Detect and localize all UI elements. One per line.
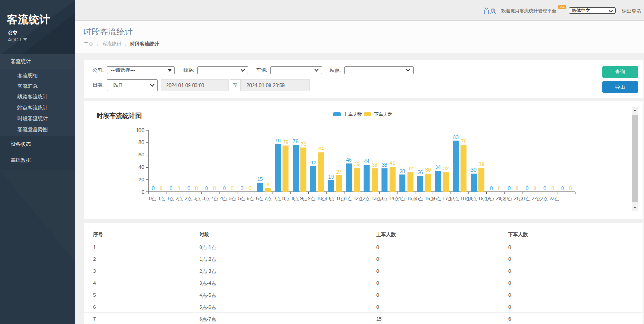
svg-text:0: 0: [508, 185, 511, 191]
svg-text:0: 0: [543, 185, 546, 191]
svg-text:1点-2点: 1点-2点: [167, 196, 183, 201]
svg-text:20: 20: [138, 177, 144, 182]
svg-text:78: 78: [275, 138, 281, 143]
svg-text:6点-7点: 6点-7点: [256, 196, 271, 201]
svg-text:76: 76: [461, 139, 466, 144]
svg-text:34: 34: [435, 164, 441, 170]
svg-text:60: 60: [138, 152, 144, 157]
svg-text:80: 80: [138, 139, 144, 145]
svg-text:72: 72: [301, 141, 306, 147]
svg-text:26: 26: [417, 169, 423, 175]
svg-text:0: 0: [152, 185, 155, 191]
svg-text:42: 42: [310, 160, 316, 165]
svg-text:38: 38: [372, 162, 377, 168]
svg-text:4点-5点: 4点-5点: [220, 196, 236, 201]
svg-text:15: 15: [257, 176, 263, 182]
svg-text:0: 0: [561, 185, 564, 191]
svg-text:41: 41: [390, 160, 395, 166]
svg-text:28: 28: [400, 168, 405, 174]
svg-text:0: 0: [569, 185, 572, 191]
svg-text:0: 0: [249, 185, 252, 191]
svg-text:32: 32: [443, 166, 448, 171]
svg-text:75: 75: [283, 139, 288, 145]
svg-text:7点-8点: 7点-8点: [274, 196, 289, 201]
svg-text:6: 6: [266, 182, 269, 187]
svg-text:46: 46: [346, 157, 351, 162]
svg-text:2点-3点: 2点-3点: [185, 196, 201, 201]
svg-text:19: 19: [328, 174, 334, 179]
svg-text:0: 0: [160, 185, 162, 191]
svg-text:0: 0: [223, 185, 226, 191]
svg-text:0: 0: [187, 185, 190, 191]
svg-text:0点-1点: 0点-1点: [149, 196, 165, 201]
svg-text:100: 100: [136, 127, 144, 133]
svg-text:83: 83: [453, 134, 459, 140]
svg-text:0: 0: [213, 185, 216, 191]
svg-text:0: 0: [498, 185, 500, 191]
svg-text:27: 27: [336, 169, 342, 174]
svg-text:30: 30: [425, 167, 431, 173]
svg-text:39: 39: [479, 162, 484, 167]
svg-text:0: 0: [195, 185, 198, 191]
svg-text:0: 0: [241, 185, 243, 191]
svg-text:32: 32: [408, 166, 413, 171]
svg-text:0: 0: [170, 185, 172, 191]
svg-text:64: 64: [318, 146, 324, 151]
svg-text:3点-4点: 3点-4点: [202, 196, 218, 201]
svg-text:8点-9点: 8点-9点: [292, 196, 307, 201]
svg-text:0: 0: [178, 185, 180, 191]
svg-text:0: 0: [490, 185, 493, 191]
svg-text:0: 0: [551, 185, 554, 191]
svg-text:0: 0: [526, 185, 529, 191]
svg-text:44: 44: [364, 158, 369, 164]
svg-text:0: 0: [205, 185, 208, 191]
svg-text:38: 38: [382, 162, 387, 168]
svg-text:30: 30: [471, 167, 476, 173]
svg-text:5点-6点: 5点-6点: [238, 196, 254, 201]
svg-text:0: 0: [231, 185, 234, 191]
svg-text:0: 0: [534, 185, 536, 191]
svg-text:39: 39: [354, 162, 360, 167]
svg-text:0: 0: [516, 185, 518, 191]
svg-text:0: 0: [141, 189, 144, 195]
svg-text:76: 76: [293, 139, 298, 144]
svg-text:22点-23点: 22点-23点: [538, 196, 559, 201]
svg-text:9点-10点: 9点-10点: [308, 196, 327, 201]
svg-text:40: 40: [138, 164, 144, 170]
